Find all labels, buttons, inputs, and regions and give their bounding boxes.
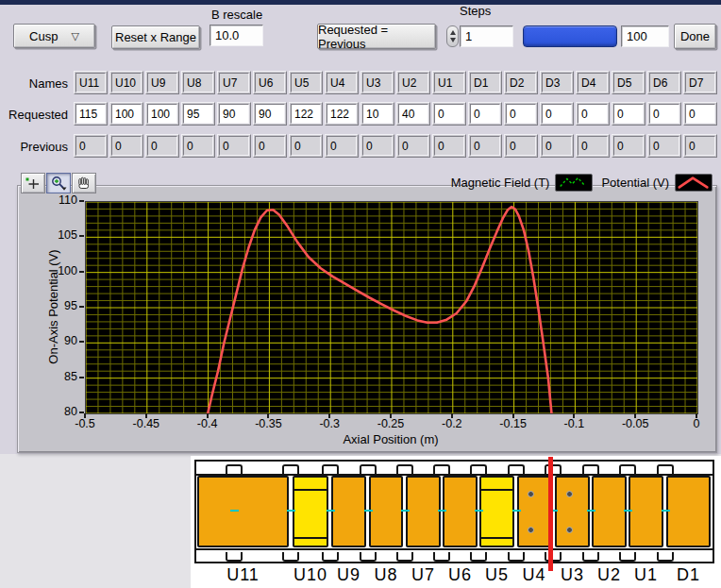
names-array-cell: U11	[74, 71, 108, 94]
x-tick-mark	[696, 413, 697, 418]
requested-array-cell[interactable]: 115	[74, 102, 108, 126]
bottom-rail	[196, 548, 713, 550]
previous-cell-value: 0	[434, 136, 464, 156]
names-array-cell: U6	[253, 71, 287, 94]
previous-array-cell: 0	[360, 134, 394, 158]
y-tick-label: 95	[45, 299, 77, 312]
pan-tool-button[interactable]	[72, 173, 96, 193]
names-array-cell: U5	[289, 71, 323, 94]
electrode-label-u10: U10	[293, 565, 327, 585]
electrode-label-u8: U8	[374, 565, 397, 585]
requested-array-cell[interactable]: 40	[396, 102, 430, 126]
x-tick-label: -0.3	[308, 417, 351, 430]
y-tick-mark	[79, 200, 84, 202]
previous-cell-value: 0	[219, 136, 249, 156]
x-tick-label: -0.5	[63, 417, 107, 430]
x-tick-label: -0.05	[613, 417, 657, 430]
x-tick-label: -0.2	[430, 417, 474, 430]
requested-array-cell[interactable]: 122	[325, 102, 359, 126]
requested-array-cell[interactable]: 0	[576, 102, 610, 126]
centerline-tick	[587, 510, 595, 512]
requested-array-cell[interactable]: 10	[360, 102, 394, 126]
names-cell-value: U7	[219, 73, 249, 92]
electrode-u4	[517, 476, 551, 547]
requested-array-cell[interactable]: 0	[504, 102, 538, 126]
requested-cell-value: 0	[685, 104, 715, 124]
electrode-label-u11: U11	[226, 565, 260, 585]
electrode-label-d1: D1	[677, 565, 700, 585]
requested-cell-value: 0	[578, 104, 608, 124]
previous-cell-value: 0	[111, 136, 142, 156]
names-array-cell: D7	[683, 71, 717, 94]
names-cell-value: D1	[470, 73, 500, 92]
requested-cell-value: 0	[542, 104, 572, 124]
names-cell-value: U8	[183, 73, 213, 92]
progress-value-input[interactable]	[621, 25, 669, 47]
x-tick-mark	[634, 413, 636, 418]
x-tick-label: 0	[675, 417, 718, 430]
graph-legend: Magnetic Field (T) Potential (V)	[451, 174, 713, 192]
x-tick-label: -0.25	[369, 417, 412, 430]
x-tick-mark	[84, 413, 86, 418]
requested-array-cell[interactable]: 95	[181, 102, 215, 126]
names-row-label: Names	[0, 76, 68, 91]
b-rescale-input[interactable]	[210, 25, 263, 46]
top-mount-tab	[508, 464, 525, 474]
mount-hole	[528, 527, 534, 533]
previous-cell-value: 0	[147, 136, 177, 156]
top-mount-tab	[657, 464, 674, 474]
zoom-tool-button[interactable]	[46, 173, 71, 193]
legend-item-magnetic-field[interactable]: Magnetic Field (T)	[451, 174, 594, 192]
bottom-mount-tab	[470, 552, 487, 562]
requested-cell-value: 0	[649, 104, 679, 124]
previous-cell-value: 0	[578, 136, 608, 156]
x-tick-label: -0.15	[492, 417, 535, 430]
requested-array-cell[interactable]: 100	[145, 102, 179, 126]
bottom-mount-tab	[657, 552, 674, 562]
y-tick-mark	[79, 341, 84, 343]
requested-array-cell[interactable]: 122	[289, 102, 323, 126]
names-array-cell: U8	[181, 71, 215, 94]
previous-cell-value: 0	[542, 136, 572, 156]
requested-array-cell[interactable]: 0	[683, 102, 717, 126]
top-mount-tab	[322, 464, 339, 474]
bottom-mount-tab	[282, 552, 299, 562]
steps-label: Steps	[460, 4, 491, 18]
requested-array-cell[interactable]: 0	[540, 102, 574, 126]
progress-slider[interactable]	[523, 25, 617, 47]
requested-array-cell[interactable]: 100	[109, 102, 143, 126]
preset-dropdown[interactable]: Cusp ▽	[13, 24, 95, 48]
centerline-tick	[475, 510, 483, 512]
y-tick-label: 110	[45, 193, 77, 207]
previous-array-cell: 0	[468, 134, 502, 158]
steps-input[interactable]	[460, 25, 513, 47]
names-cell-value: D3	[542, 73, 572, 92]
requested-array-cell[interactable]: 90	[253, 102, 287, 126]
requested-array-cell[interactable]: 0	[612, 102, 646, 126]
bottom-mount-tab	[619, 552, 636, 562]
centerline-tick	[662, 510, 670, 512]
requested-equals-previous-button[interactable]: Requested = Previous	[317, 24, 436, 49]
requested-array-cell[interactable]: 90	[217, 102, 251, 126]
top-mount-tab	[396, 464, 413, 474]
reset-x-range-button[interactable]: Reset x Range	[111, 25, 200, 49]
requested-cell-value: 100	[147, 104, 177, 124]
done-button[interactable]: Done	[674, 24, 716, 49]
crosshair-icon	[25, 176, 42, 191]
requested-array-cell[interactable]: 0	[432, 102, 466, 126]
x-axis-title: Axial Position (m)	[296, 432, 485, 446]
crosshair-cursor-button[interactable]	[21, 173, 45, 193]
previous-cell-value: 0	[362, 136, 393, 156]
requested-cell-value: 115	[75, 104, 106, 124]
requested-array-cell[interactable]: 0	[647, 102, 681, 126]
zoom-icon	[50, 176, 67, 191]
electrode-label-u6: U6	[448, 565, 472, 585]
chevron-down-icon: ▽	[71, 30, 78, 42]
steps-stepper[interactable]	[446, 25, 459, 47]
y-tick-mark	[79, 235, 84, 237]
requested-array-cell[interactable]: 0	[468, 102, 502, 126]
x-tick-mark	[207, 413, 209, 418]
plot-area[interactable]	[85, 201, 698, 414]
legend-item-potential[interactable]: Potential (V)	[601, 174, 713, 192]
names-cell-value: U4	[327, 73, 357, 92]
